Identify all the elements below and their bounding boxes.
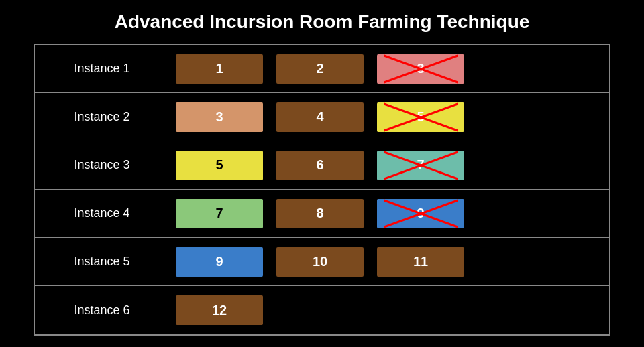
cell-5-2: 10 (276, 247, 364, 277)
main-table: Instance 1123Instance 2345Instance 3567I… (34, 44, 610, 336)
table-row: Instance 612 (35, 286, 609, 334)
cell-6-1: 12 (176, 295, 263, 325)
cell-3-1: 5 (176, 151, 263, 180)
cell-2-3: 5 (377, 102, 464, 132)
cells-row-3: 567 (169, 151, 464, 180)
table-row: Instance 2345 (35, 93, 609, 141)
cell-2-1: 3 (176, 102, 263, 132)
page-title: Advanced Incursion Room Farming Techniqu… (115, 11, 530, 33)
instance-label-1: Instance 1 (35, 62, 169, 76)
table-row: Instance 4789 (35, 190, 609, 238)
cell-4-1: 7 (176, 199, 263, 228)
cells-row-5: 91011 (169, 247, 464, 277)
cell-4-3: 9 (377, 199, 464, 228)
instance-label-5: Instance 5 (35, 255, 169, 269)
cell-3-3: 7 (377, 151, 464, 180)
instance-label-4: Instance 4 (35, 206, 169, 220)
instance-label-3: Instance 3 (35, 158, 169, 172)
cell-5-1: 9 (176, 247, 263, 277)
cells-row-6: 12 (169, 295, 263, 325)
table-row: Instance 1123 (35, 45, 609, 93)
table-row: Instance 3567 (35, 141, 609, 190)
instance-label-2: Instance 2 (35, 110, 169, 124)
cells-row-1: 123 (169, 54, 464, 84)
table-row: Instance 591011 (35, 238, 609, 286)
cell-1-3: 3 (377, 54, 464, 84)
cell-1-2: 2 (276, 54, 364, 84)
cells-row-2: 345 (169, 102, 464, 132)
cells-row-4: 789 (169, 199, 464, 228)
cell-4-2: 8 (276, 199, 364, 228)
cell-2-2: 4 (276, 102, 364, 132)
cell-1-1: 1 (176, 54, 263, 84)
cell-5-3: 11 (377, 247, 464, 277)
instance-label-6: Instance 6 (35, 303, 169, 318)
cell-3-2: 6 (276, 151, 364, 180)
